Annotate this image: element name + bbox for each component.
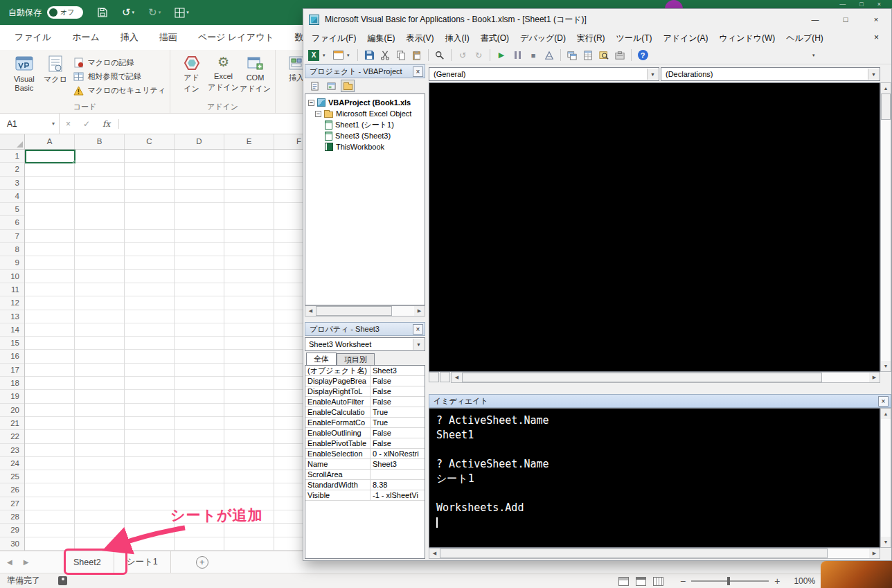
row-header[interactable]: 19 [0,390,24,403]
sheet-nav-left-icon[interactable]: ◀ [7,558,12,566]
property-value[interactable]: Sheet3 [371,459,425,469]
scroll-down-icon[interactable]: ▼ [881,361,891,371]
object-dropdown[interactable]: (General) ▼ [429,67,659,81]
page-layout-view-icon[interactable] [636,577,646,586]
column-header[interactable]: A [25,134,75,149]
property-value[interactable]: True [371,418,425,427]
row-header[interactable]: 26 [0,483,24,497]
view-excel-button[interactable]: X [307,48,321,62]
row-header[interactable]: 13 [0,310,24,323]
ribbon-tab[interactable]: ホーム [62,25,110,50]
chevron-down-icon[interactable]: ▾ [52,121,55,127]
row-header[interactable]: 10 [0,270,24,283]
collapse-icon[interactable]: − [315,111,321,117]
vba-menu-item[interactable]: ファイル(F) [306,33,362,44]
excel-addins-button[interactable]: ⚙ Excel アドイン [207,53,240,92]
scroll-up-icon[interactable]: ▲ [881,83,891,93]
properties-panel-header[interactable]: プロパティ - Sheet3 × [305,322,425,336]
close-icon[interactable]: × [413,324,423,335]
chevron-down-icon[interactable]: ▼ [413,339,424,350]
close-icon[interactable]: × [861,9,891,30]
row-header[interactable]: 22 [0,430,24,443]
tree-item-sheet3[interactable]: Sheet3 (Sheet3) [305,130,425,141]
macro-security-button[interactable]: マクロのセキュリティ [73,85,166,96]
scrollbar-thumb[interactable] [440,549,828,558]
minimize-icon[interactable]: — [839,1,846,8]
tab-alphabetic[interactable]: 全体 [306,353,337,365]
row-header[interactable]: 20 [0,404,24,417]
ribbon-tab[interactable]: ページ レイアウト [188,25,285,50]
row-header[interactable]: 1 [0,150,24,163]
use-relative-references-button[interactable]: 相対参照で記録 [73,71,166,82]
record-macro-button[interactable]: マクロの記録 [73,57,166,68]
row-header[interactable]: 27 [0,497,24,510]
property-row[interactable]: EnableCalculatio True [305,407,425,418]
zoom-slider[interactable] [691,580,769,582]
scroll-right-icon[interactable]: ▶ [869,373,880,382]
properties-window-button[interactable] [581,48,595,62]
ribbon-tab[interactable]: 描画 [149,25,188,50]
minimize-icon[interactable]: — [800,9,830,30]
scroll-left-icon[interactable]: ◀ [429,549,440,558]
paste-button[interactable] [410,48,424,62]
reset-button[interactable]: ■ [526,48,540,62]
toolbar-overflow-icon[interactable]: ▾ [812,53,819,58]
row-header[interactable]: 4 [0,190,24,203]
redo-button[interactable]: ↻ ▾ [148,6,161,19]
run-button[interactable]: ▶ [494,48,508,62]
chevron-down-icon[interactable]: ▼ [647,69,658,80]
row-header[interactable]: 7 [0,230,24,243]
chevron-down-icon[interactable]: ▾ [347,53,353,58]
property-row[interactable]: EnableFormatCo True [305,418,425,428]
property-value[interactable]: False [371,397,425,407]
row-header[interactable]: 2 [0,163,24,176]
property-value[interactable]: -1 - xlSheetVi [371,490,425,500]
code-hscrollbar[interactable]: ◀ ▶ [451,372,880,383]
property-value[interactable]: True [371,407,425,417]
maximize-icon[interactable]: □ [859,1,863,8]
addins-button[interactable]: アド イン [176,53,207,93]
row-header[interactable]: 5 [0,203,24,216]
new-sheet-button[interactable]: + [196,556,208,569]
property-value[interactable]: 0 - xlNoRestri [371,449,425,458]
row-header[interactable]: 29 [0,524,24,537]
mdi-close-icon[interactable]: × [874,33,879,42]
collapse-icon[interactable]: − [308,100,314,106]
vba-menu-item[interactable]: 実行(R) [571,33,611,44]
project-hscrollbar[interactable]: ◀ ▶ [305,305,425,317]
undo-button[interactable]: ↺ [456,48,470,62]
code-vscrollbar[interactable]: ▲ ▼ [880,82,891,372]
row-header[interactable]: 9 [0,256,24,269]
row-header[interactable]: 28 [0,510,24,524]
immediate-window[interactable]: ? ActiveSheet.NameSheet1? ActiveSheet.Na… [429,408,880,548]
tree-item-excel-objects[interactable]: − Microsoft Excel Object [305,108,425,119]
row-header[interactable]: 12 [0,296,24,310]
column-header[interactable]: B [75,134,125,149]
property-value[interactable]: False [371,438,425,448]
property-value[interactable]: False [371,386,425,396]
property-row[interactable]: EnableAutoFilter False [305,397,425,407]
property-value[interactable]: 8.38 [371,480,425,490]
quick-access-borders-button[interactable]: ▾ [175,8,189,18]
break-button[interactable] [510,48,524,62]
property-value[interactable]: False [371,376,425,386]
scroll-down-icon[interactable]: ▼ [881,537,891,547]
property-row[interactable]: DisplayRightToL False [305,386,425,397]
name-box[interactable]: A1 ▾ [0,114,60,134]
save-button[interactable] [362,48,376,62]
copy-button[interactable] [394,48,408,62]
row-header[interactable]: 3 [0,177,24,190]
view-code-button[interactable] [307,80,321,92]
scrollbar-thumb[interactable] [316,306,392,316]
chevron-down-icon[interactable]: ▾ [323,53,329,58]
row-header[interactable]: 16 [0,350,24,363]
property-value[interactable] [371,470,425,479]
row-header[interactable]: 25 [0,470,24,483]
macros-button[interactable]: マクロ [43,53,69,84]
zoom-slider-thumb[interactable] [727,577,730,585]
row-header[interactable]: 30 [0,537,24,551]
project-panel-header[interactable]: プロジェクト - VBAProject × [305,64,425,78]
procedure-dropdown[interactable]: (Declarations) ▼ [661,67,880,81]
vba-menu-item[interactable]: ウィンドウ(W) [714,33,781,44]
tree-item-project[interactable]: − VBAProject (Book1.xls [305,97,425,108]
